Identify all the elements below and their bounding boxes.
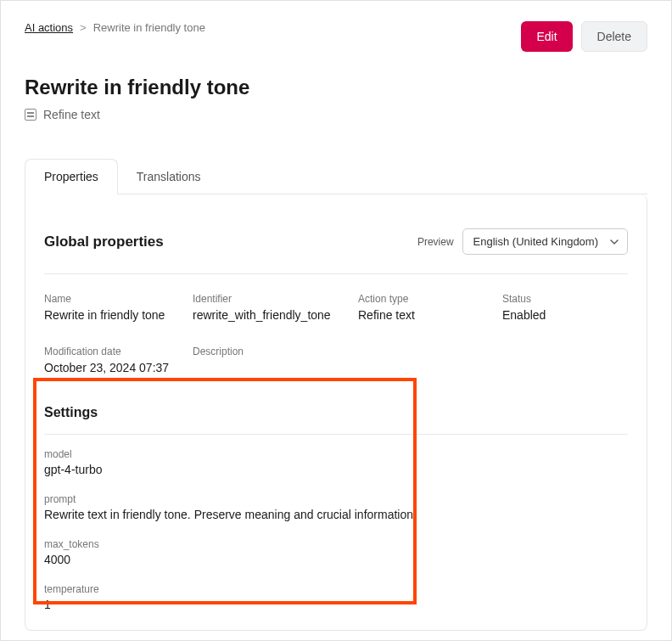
prop-name-label: Name (44, 293, 193, 305)
setting-model-value: gpt-4-turbo (44, 463, 628, 476)
page-actions: Edit Delete (521, 21, 647, 52)
prop-description-label: Description (193, 346, 358, 357)
setting-temperature-value: 1 (44, 598, 628, 611)
global-properties-heading: Global properties (44, 233, 164, 250)
preview-language-select[interactable]: English (United Kingdom) (462, 228, 628, 255)
subtitle-text: Refine text (43, 108, 100, 121)
breadcrumb-current: Rewrite in friendly tone (93, 21, 205, 34)
breadcrumb-root-link[interactable]: AI actions (25, 21, 73, 34)
breadcrumb-separator: > (80, 21, 87, 34)
prop-status: Status Enabled (502, 293, 630, 322)
refine-text-icon (25, 109, 36, 121)
setting-temperature: temperature 1 (44, 583, 628, 611)
page-subtitle: Refine text (25, 108, 647, 121)
prop-identifier: Identifier rewrite_with_friendly_tone (193, 293, 358, 322)
tab-translations[interactable]: Translations (118, 159, 220, 194)
prop-name-value: Rewrite in friendly tone (44, 308, 193, 322)
setting-max-tokens-value: 4000 (44, 553, 628, 566)
setting-temperature-label: temperature (44, 583, 628, 595)
breadcrumb: AI actions > Rewrite in friendly tone (25, 21, 205, 34)
setting-prompt-value: Rewrite text in friendly tone. Preserve … (44, 508, 628, 521)
properties-panel: Global properties Preview English (Unite… (25, 194, 647, 631)
prop-name: Name Rewrite in friendly tone (44, 293, 193, 322)
delete-button[interactable]: Delete (581, 21, 647, 52)
prop-description: Description (193, 346, 358, 374)
prop-mod-date-label: Modification date (44, 346, 193, 357)
chevron-down-icon (610, 238, 619, 246)
prop-status-label: Status (502, 293, 630, 305)
setting-model-label: model (44, 448, 628, 460)
prop-status-value: Enabled (502, 308, 630, 322)
tab-bar: Properties Translations (25, 159, 647, 194)
prop-action-type-label: Action type (358, 293, 502, 305)
preview-language-value: English (United Kingdom) (473, 235, 598, 248)
prop-mod-date-value: October 23, 2024 07:37 (44, 361, 193, 374)
prop-identifier-value: rewrite_with_friendly_tone (193, 308, 358, 322)
setting-max-tokens-label: max_tokens (44, 538, 628, 550)
setting-max-tokens: max_tokens 4000 (44, 538, 628, 566)
setting-model: model gpt-4-turbo (44, 448, 628, 476)
prop-identifier-label: Identifier (193, 293, 358, 305)
settings-heading: Settings (44, 405, 628, 434)
setting-prompt-label: prompt (44, 493, 628, 505)
edit-button[interactable]: Edit (521, 21, 572, 52)
prop-action-type-value: Refine text (358, 308, 502, 322)
setting-prompt: prompt Rewrite text in friendly tone. Pr… (44, 493, 628, 521)
prop-mod-date: Modification date October 23, 2024 07:37 (44, 346, 193, 374)
preview-label: Preview (417, 236, 454, 248)
page-title: Rewrite in friendly tone (25, 76, 647, 99)
tab-properties[interactable]: Properties (25, 159, 118, 194)
prop-action-type: Action type Refine text (358, 293, 502, 322)
